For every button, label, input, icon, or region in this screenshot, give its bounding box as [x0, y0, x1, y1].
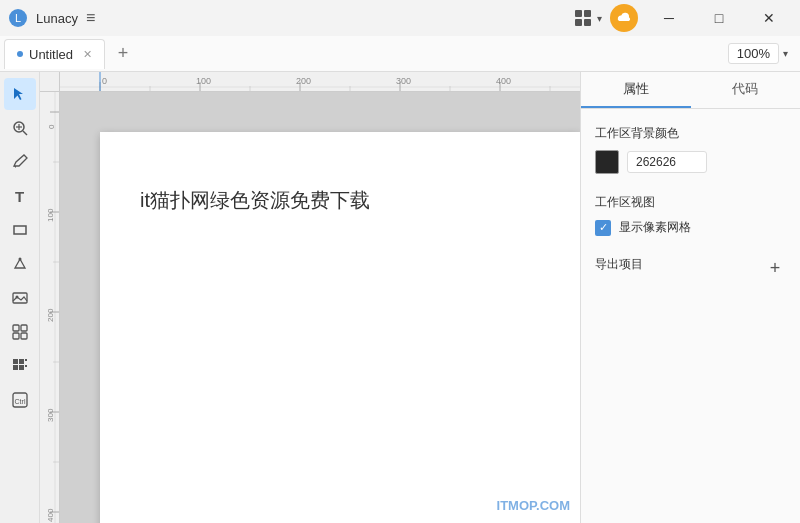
zoom-value[interactable]: 100%: [728, 43, 779, 64]
tab-close-icon[interactable]: ✕: [83, 48, 92, 61]
grid-dropdown-arrow: ▾: [597, 13, 602, 24]
grid-tool[interactable]: [4, 350, 36, 382]
select-icon: [12, 86, 28, 102]
svg-point-11: [18, 258, 21, 261]
minimize-button[interactable]: ─: [646, 2, 692, 34]
image-tool[interactable]: [4, 282, 36, 314]
svg-rect-22: [25, 365, 27, 367]
pixel-grid-row: ✓ 显示像素网格: [595, 219, 786, 236]
right-panel: 属性 代码 工作区背景颜色 工作区视图 ✓ 显示像素网格: [580, 72, 800, 523]
svg-rect-21: [19, 365, 24, 370]
ruler-vertical: 0 100 200 300 400: [40, 92, 60, 523]
rectangle-icon: [12, 222, 28, 238]
svg-text:200: 200: [296, 76, 311, 86]
new-tab-button[interactable]: +: [109, 40, 137, 68]
zoom-tool[interactable]: [4, 112, 36, 144]
zoom-dropdown-arrow[interactable]: ▾: [783, 48, 788, 59]
component-tool[interactable]: [4, 316, 36, 348]
pixel-grid-checkbox[interactable]: ✓: [595, 220, 611, 236]
vector-icon: [12, 256, 28, 272]
title-bar-right: ▾ ─ □ ✕: [573, 2, 792, 34]
title-bar: L Lunacy ≡ ▾ ─ □ ✕: [0, 0, 800, 36]
tab-modified-dot: [17, 51, 23, 57]
left-toolbar: T: [0, 72, 40, 523]
ruler-horizontal: 0 100 200 300 400: [60, 72, 580, 92]
grid-view-icon: [573, 8, 593, 28]
svg-rect-4: [575, 19, 582, 26]
export-title: 导出项目: [595, 256, 643, 273]
pixel-grid-label: 显示像素网格: [619, 219, 691, 236]
svg-rect-18: [13, 359, 18, 364]
svg-rect-23: [25, 359, 27, 361]
view-title: 工作区视图: [595, 194, 786, 211]
title-bar-left: L Lunacy ≡: [8, 8, 95, 28]
svg-rect-17: [21, 333, 27, 339]
main-area: T: [0, 72, 800, 523]
canvas-background: it猫扑网绿色资源免费下载 ITMOP.COM: [60, 92, 580, 523]
tab-code[interactable]: 代码: [691, 72, 801, 108]
canvas-scroll[interactable]: it猫扑网绿色资源免费下载 ITMOP.COM: [60, 92, 580, 523]
export-section: 导出项目 +: [595, 256, 786, 281]
tab-label: Untitled: [29, 47, 73, 62]
svg-rect-14: [13, 325, 19, 331]
canvas-watermark-text: it猫扑网绿色资源免费下载: [140, 187, 370, 214]
pencil-tool[interactable]: [4, 146, 36, 178]
view-section: 工作区视图 ✓ 显示像素网格: [595, 194, 786, 236]
svg-text:100: 100: [196, 76, 211, 86]
bg-color-title: 工作区背景颜色: [595, 125, 786, 142]
ruler-corner: [40, 72, 60, 92]
svg-rect-15: [21, 325, 27, 331]
bg-color-swatch[interactable]: [595, 150, 619, 174]
select-tool[interactable]: [4, 78, 36, 110]
text-tool[interactable]: T: [4, 180, 36, 212]
cloud-icon: [616, 12, 632, 24]
svg-text:200: 200: [46, 308, 55, 322]
zoom-control: 100% ▾: [728, 43, 796, 64]
grid-view-button[interactable]: ▾: [573, 8, 602, 28]
rectangle-tool[interactable]: [4, 214, 36, 246]
bg-color-input[interactable]: [627, 151, 707, 173]
tab-bar: Untitled ✕ + 100% ▾: [0, 36, 800, 72]
cloud-sync-button[interactable]: [610, 4, 638, 32]
maximize-button[interactable]: □: [696, 2, 742, 34]
panel-tabs: 属性 代码: [581, 72, 800, 109]
ruler-h-svg: 0 100 200 300 400: [60, 72, 580, 92]
svg-text:400: 400: [46, 508, 55, 522]
pencil-icon: [12, 154, 28, 170]
svg-rect-44: [40, 92, 60, 523]
export-add-button[interactable]: +: [764, 258, 786, 280]
checkbox-check-icon: ✓: [599, 221, 608, 234]
ruler-v-svg: 0 100 200 300 400: [40, 92, 60, 523]
svg-text:300: 300: [46, 408, 55, 422]
app-logo-icon: L: [8, 8, 28, 28]
bg-color-section: 工作区背景颜色: [595, 125, 786, 174]
svg-rect-5: [584, 19, 591, 26]
svg-text:400: 400: [496, 76, 511, 86]
component-icon: [12, 324, 28, 340]
canvas-area[interactable]: 0 100 200 300 400: [40, 72, 580, 523]
ctrl-icon: Ctrl: [11, 391, 29, 409]
svg-text:100: 100: [46, 208, 55, 222]
svg-line-7: [23, 131, 27, 135]
watermark-label: ITMOP.COM: [497, 498, 570, 513]
svg-rect-3: [584, 10, 591, 17]
canvas-page[interactable]: it猫扑网绿色资源免费下载: [100, 132, 580, 523]
tab-properties[interactable]: 属性: [581, 72, 691, 108]
svg-text:300: 300: [396, 76, 411, 86]
shortcut-tool[interactable]: Ctrl: [4, 384, 36, 416]
app-name: Lunacy: [36, 11, 78, 26]
panel-content: 工作区背景颜色 工作区视图 ✓ 显示像素网格 导出项目 +: [581, 109, 800, 297]
tab-untitled[interactable]: Untitled ✕: [4, 39, 105, 69]
text-tool-icon: T: [15, 188, 24, 205]
hamburger-menu[interactable]: ≡: [86, 9, 95, 27]
svg-rect-10: [14, 226, 26, 234]
svg-text:L: L: [15, 12, 21, 24]
svg-text:Ctrl: Ctrl: [14, 398, 25, 405]
vector-tool[interactable]: [4, 248, 36, 280]
svg-rect-20: [13, 365, 18, 370]
grid-tool-icon: [12, 358, 28, 374]
close-button[interactable]: ✕: [746, 2, 792, 34]
svg-rect-2: [575, 10, 582, 17]
image-icon: [12, 290, 28, 306]
svg-rect-16: [13, 333, 19, 339]
